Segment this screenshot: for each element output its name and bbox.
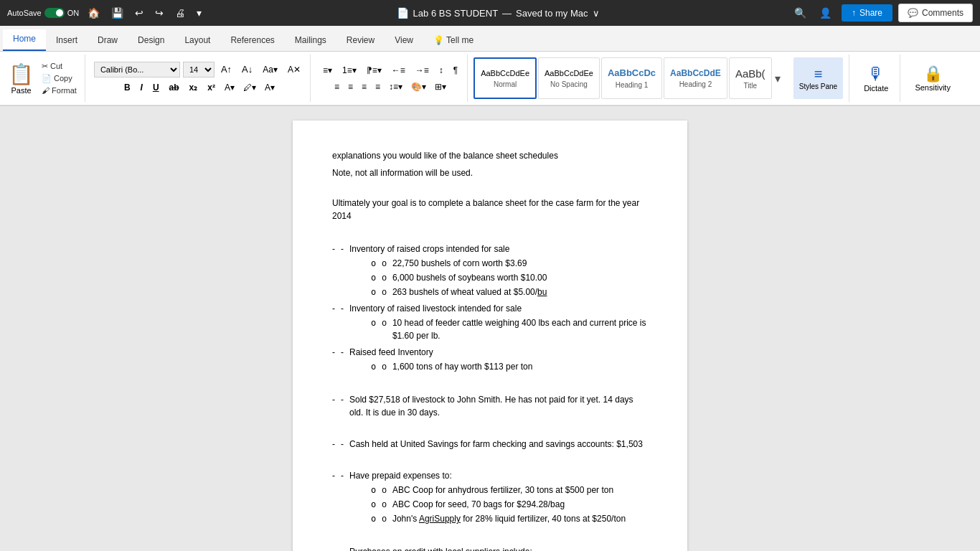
- list-item: - Cash held at United Savings for farm c…: [332, 438, 648, 451]
- font-family-select[interactable]: Calibri (Bo...: [94, 62, 180, 77]
- list-item-text: Raised feed Inventory o1,600 tons of hay…: [349, 346, 532, 375]
- highlight-btn[interactable]: 🖊▾: [240, 80, 260, 95]
- style-heading2[interactable]: AaBbCcDdE Heading 2: [664, 57, 727, 99]
- para-row-1: ≡▾ 1≡▾ ⁋≡▾ ←≡ →≡ ↕ ¶: [319, 63, 461, 77]
- style-no-spacing[interactable]: AaBbCcDdEe No Spacing: [538, 57, 600, 99]
- undo-btn[interactable]: ↩: [132, 6, 146, 20]
- tab-draw[interactable]: Draw: [88, 31, 128, 51]
- save-icon-btn[interactable]: 💾: [108, 6, 126, 20]
- title-bar: AutoSave ON 🏠 💾 ↩ ↪ 🖨 ▾ 📄 Lab 6 BS STUDE…: [0, 0, 980, 26]
- list-bullet: -: [341, 302, 344, 344]
- comments-button[interactable]: 💬 Comments: [898, 4, 973, 22]
- list-item: - Have prepaid expenses to: oABC Coop fo…: [332, 469, 648, 527]
- redo-btn[interactable]: ↪: [152, 6, 166, 20]
- font-group: Calibri (Bo... 14 A↑ A↓ Aa▾ A✕ B I U ab …: [88, 55, 311, 102]
- sort-btn[interactable]: ↕: [435, 63, 447, 77]
- list-item: o6,000 bushels of soybeans worth $10.00: [371, 271, 547, 284]
- more-qs-btn[interactable]: ▾: [194, 6, 204, 20]
- tab-design[interactable]: Design: [128, 31, 174, 51]
- sensitivity-group: 🔒 Sensitivity: [903, 55, 962, 102]
- style-heading1[interactable]: AaBbCcDc Heading 1: [601, 57, 662, 99]
- font-size-select[interactable]: 14: [183, 62, 215, 77]
- dictate-group: 🎙 Dictate: [852, 55, 900, 102]
- align-left-btn[interactable]: ≡: [331, 80, 343, 94]
- style-normal[interactable]: AaBbCcDdEe Normal: [473, 57, 537, 99]
- profile-btn[interactable]: 👤: [816, 6, 834, 20]
- superscript-btn[interactable]: x²: [203, 80, 220, 95]
- justify-btn[interactable]: ≡: [372, 80, 384, 94]
- list-item-text: Inventory of raised livestock intended f…: [349, 302, 648, 344]
- italic-btn[interactable]: I: [136, 80, 147, 95]
- style-title-label: Title: [744, 82, 758, 90]
- tab-layout[interactable]: Layout: [174, 31, 220, 51]
- autosave-toggle[interactable]: [44, 8, 65, 18]
- decrease-indent-btn[interactable]: ←≡: [388, 63, 409, 77]
- clear-formatting-btn[interactable]: A✕: [284, 62, 304, 77]
- save-status: Saved to my Mac: [516, 8, 588, 19]
- line-spacing-btn[interactable]: ↕≡▾: [385, 80, 406, 94]
- style-no-spacing-label: No Spacing: [550, 80, 588, 88]
- print-btn[interactable]: 🖨: [172, 6, 188, 20]
- tab-insert[interactable]: Insert: [46, 31, 88, 51]
- list-bullet: -: [341, 242, 344, 300]
- align-center-btn[interactable]: ≡: [344, 80, 357, 94]
- increase-font-btn[interactable]: A↑: [217, 62, 235, 77]
- home-icon-btn[interactable]: 🏠: [85, 6, 103, 20]
- document-page[interactable]: explanations you would like of the balan…: [293, 121, 687, 551]
- underline-btn[interactable]: U: [149, 80, 164, 95]
- show-formatting-btn[interactable]: ¶: [450, 63, 461, 77]
- subscript-btn[interactable]: x₂: [185, 80, 202, 95]
- tab-mailings[interactable]: Mailings: [285, 31, 336, 51]
- borders-btn[interactable]: ⊞▾: [431, 80, 450, 94]
- font-color-btn[interactable]: A▾: [221, 80, 238, 95]
- share-button[interactable]: ↑ Share: [842, 4, 892, 22]
- ribbon: Home Insert Draw Design Layout Reference…: [0, 26, 980, 106]
- shading2-btn[interactable]: 🎨▾: [407, 80, 430, 94]
- dictate-icon: 🎙: [867, 64, 885, 84]
- autosave-control[interactable]: AutoSave ON: [7, 8, 79, 18]
- styles-pane-button[interactable]: ≡ Styles Pane: [793, 57, 843, 99]
- tab-review[interactable]: Review: [336, 31, 385, 51]
- cut-button[interactable]: ✂ Cut: [39, 61, 79, 72]
- format-painter-button[interactable]: 🖌 Format: [39, 85, 79, 95]
- copy-button[interactable]: 📄 Copy: [39, 73, 79, 84]
- search-btn[interactable]: 🔍: [791, 6, 809, 20]
- document-area[interactable]: explanations you would like of the balan…: [0, 106, 980, 551]
- sensitivity-button[interactable]: 🔒 Sensitivity: [909, 57, 956, 99]
- list-item-text: Inventory of raised crops intended for s…: [349, 242, 547, 300]
- strikethrough-btn[interactable]: ab: [165, 80, 184, 95]
- list-item: o22,750 bushels of corn worth $3.69: [371, 257, 547, 270]
- save-status-chevron: ∨: [593, 8, 600, 19]
- numbering-btn[interactable]: 1≡▾: [339, 63, 360, 77]
- multilevel-btn[interactable]: ⁋≡▾: [363, 63, 385, 77]
- dictate-button[interactable]: 🎙 Dictate: [858, 57, 894, 99]
- tab-view[interactable]: View: [385, 31, 423, 51]
- paste-button[interactable]: 📋 Paste: [6, 60, 37, 98]
- tab-home[interactable]: Home: [3, 29, 46, 51]
- ribbon-tabs: Home Insert Draw Design Layout Reference…: [0, 26, 980, 52]
- sensitivity-icon: 🔒: [923, 65, 943, 83]
- styles-group: AaBbCcDdEe Normal AaBbCcDdEe No Spacing …: [471, 55, 785, 102]
- title-separator: —: [502, 8, 512, 19]
- list-item: - Purchases on credit with local supplie…: [332, 545, 648, 551]
- style-heading2-preview: AaBbCcDdE: [670, 68, 721, 80]
- styles-more-btn[interactable]: ▾: [773, 57, 782, 99]
- shading-btn[interactable]: A▾: [261, 80, 278, 95]
- styles-pane-icon: ≡: [814, 66, 823, 83]
- list-item: oJohn's AgriSupply for 28% liquid fertil…: [371, 512, 626, 525]
- align-right-btn[interactable]: ≡: [358, 80, 370, 94]
- change-case-btn[interactable]: Aa▾: [259, 62, 281, 77]
- style-title[interactable]: AaBb( Title: [729, 57, 772, 99]
- style-heading2-label: Heading 2: [679, 80, 712, 88]
- styles-pane-group: ≡ Styles Pane: [788, 55, 849, 102]
- bullets-btn[interactable]: ≡▾: [319, 63, 336, 77]
- main-list-5: - Purchases on credit with local supplie…: [332, 545, 648, 551]
- main-list-3: - Cash held at United Savings for farm c…: [332, 438, 648, 451]
- bold-btn[interactable]: B: [120, 80, 135, 95]
- increase-indent-btn[interactable]: →≡: [412, 63, 433, 77]
- decrease-font-btn[interactable]: A↓: [238, 62, 256, 77]
- paste-label: Paste: [11, 86, 31, 95]
- tab-tell-me[interactable]: 💡 Tell me: [423, 31, 484, 51]
- list-item: o1,600 tons of hay worth $113 per ton: [371, 360, 532, 373]
- tab-references[interactable]: References: [220, 31, 284, 51]
